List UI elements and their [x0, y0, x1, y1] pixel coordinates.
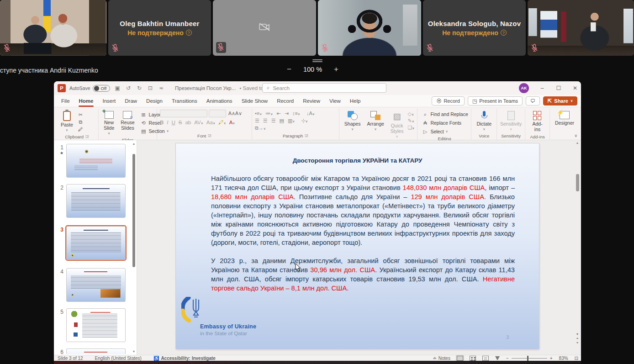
restore-button[interactable]: ☐ — [555, 85, 562, 91]
strip-drag-handle[interactable] — [312, 58, 322, 63]
align-center-icon[interactable]: ☰ — [263, 118, 268, 124]
document-title[interactable]: Презентація Посол Укр... — [175, 85, 236, 91]
language-indicator[interactable]: English (United States) — [95, 356, 142, 361]
zoom-slider-knob[interactable] — [527, 356, 528, 361]
slide-thumbnail-2[interactable] — [66, 184, 126, 218]
fit-slide-icon[interactable]: ⊡ — [575, 356, 578, 361]
powerpoint-icon[interactable]: P — [58, 84, 66, 92]
increase-font-icon[interactable]: A∧ — [228, 111, 235, 117]
tab-home[interactable]: Home — [74, 96, 98, 107]
new-slide-button[interactable]: New Slide∨ — [101, 110, 116, 137]
tab-help[interactable]: Help — [345, 96, 365, 107]
addins-button[interactable]: Add-ins — [528, 110, 547, 133]
normal-view-button[interactable] — [457, 356, 463, 361]
tab-slide-show[interactable]: Slide Show — [237, 96, 273, 107]
scroll-up-icon[interactable]: ▲ — [575, 141, 580, 144]
tab-file[interactable]: File — [57, 96, 74, 107]
participant-tile[interactable] — [213, 0, 316, 56]
zoom-out-button[interactable]: − — [287, 65, 291, 74]
zoom-slider[interactable] — [512, 358, 547, 359]
collapse-ribbon-icon[interactable]: ∨ — [574, 133, 577, 138]
text-direction-icon[interactable]: ↓A∨ — [306, 111, 315, 116]
zoom-percentage[interactable]: 83% — [559, 356, 568, 361]
save-icon[interactable]: ▣ — [114, 85, 121, 91]
columns-icon[interactable]: ▥∨ — [288, 118, 295, 124]
participant-tile[interactable]: Oleksandra Sologub, NazovНе подтверждено… — [423, 0, 526, 56]
slide-thumbnail-5[interactable] — [66, 308, 126, 342]
slide-thumbnail-4[interactable] — [66, 268, 126, 302]
question-mark-icon[interactable]: ? — [186, 30, 192, 36]
comments-button[interactable]: 🗩 — [526, 96, 540, 106]
slideshow-button[interactable] — [495, 356, 500, 360]
slide-thumbnail-6[interactable] — [66, 348, 126, 354]
quick-access-overflow-icon[interactable]: ≂ — [158, 85, 165, 91]
arrange-button[interactable]: Arrange∨ — [365, 110, 386, 132]
tab-design[interactable]: Design — [142, 96, 167, 107]
notes-button[interactable]: ≐Notes — [433, 356, 450, 361]
scrollbar-thumb[interactable] — [132, 154, 135, 267]
reuse-slides-button[interactable]: Reuse Slides — [118, 110, 137, 132]
sensitivity-button[interactable]: Sensitivity∨ — [498, 110, 524, 132]
scroll-down-icon[interactable]: ▼ — [576, 332, 579, 336]
paragraph-dialog-launcher[interactable]: ◲ — [305, 133, 308, 138]
bullets-icon[interactable]: •≡∨ — [255, 111, 262, 116]
copy-icon[interactable]: ⧉ — [77, 119, 84, 125]
shape-outline-icon[interactable]: ✎∨ — [407, 118, 414, 124]
strikethrough-button[interactable]: S — [179, 120, 182, 125]
tab-draw[interactable]: Draw — [120, 96, 142, 107]
share-button[interactable]: ⇱Share ∨ — [543, 96, 577, 106]
account-avatar[interactable]: AK — [519, 83, 529, 93]
font-name-select[interactable] — [160, 110, 207, 117]
undo-icon[interactable]: ↺ — [125, 85, 132, 91]
shape-fill-icon[interactable]: ◇∨ — [407, 111, 414, 117]
tab-transitions[interactable]: Transitions — [167, 96, 202, 107]
zoom-in-button[interactable]: + — [550, 356, 553, 361]
thumbnail-scrollbar[interactable]: ▲ ▼ — [132, 142, 136, 353]
canvas-scrollbar[interactable]: ▲ — [575, 141, 580, 354]
participant-tile[interactable] — [0, 0, 106, 56]
minimize-button[interactable]: – — [539, 85, 545, 91]
accessibility-status[interactable]: ♿Accessibility: Investigate — [153, 356, 216, 361]
question-mark-icon[interactable]: ? — [501, 30, 507, 36]
numbering-icon[interactable]: ≔∨ — [265, 111, 273, 116]
start-presentation-icon[interactable]: ⊡ — [147, 85, 154, 91]
align-right-icon[interactable]: ☰ — [271, 118, 276, 124]
align-text-icon[interactable]: ⊹∨ — [301, 118, 307, 124]
decrease-font-icon[interactable]: A∨ — [235, 111, 242, 117]
text-shadow-button[interactable]: ab — [185, 120, 191, 125]
underline-button[interactable]: U — [171, 120, 175, 125]
reading-view-button[interactable] — [482, 356, 489, 361]
participant-tile[interactable] — [528, 0, 634, 56]
font-size-select[interactable] — [209, 110, 226, 117]
font-dialog-launcher[interactable]: ◲ — [208, 133, 211, 138]
slide-title[interactable]: Двостороння торгівля УКРАЇНИ та КАТАРУ — [176, 157, 539, 164]
tab-animations[interactable]: Animations — [202, 96, 237, 107]
slide-body[interactable]: Найбільшого обсягу товарообіг між Катаро… — [211, 174, 515, 293]
zoom-in-button[interactable]: + — [334, 65, 338, 74]
format-painter-icon[interactable]: 🖉 — [77, 126, 84, 132]
clipboard-dialog-launcher[interactable]: ◲ — [85, 134, 89, 139]
line-spacing-icon[interactable]: ↕≡∨ — [292, 111, 300, 116]
italic-button[interactable]: I — [167, 120, 168, 125]
next-slide-button[interactable]: ⏷ — [576, 341, 579, 345]
close-button[interactable]: ✕ — [572, 85, 578, 91]
scroll-up-icon[interactable]: ▲ — [132, 142, 136, 145]
search-input[interactable]: ⌕ Search — [262, 83, 386, 93]
select-button[interactable]: ▷Select ∨ — [420, 128, 449, 135]
zoom-out-button[interactable]: − — [506, 356, 509, 361]
paste-button[interactable]: Paste∨ — [58, 110, 75, 133]
slide-sorter-view-button[interactable] — [470, 356, 476, 361]
slide-thumbnail-1[interactable] — [66, 144, 126, 178]
smartart-icon[interactable]: ⧉→∨ — [255, 125, 266, 131]
dictate-button[interactable]: Dictate∨ — [474, 110, 494, 132]
replace-fonts-button[interactable]: ₳Replace Fonts — [420, 119, 463, 127]
character-spacing-button[interactable]: AV∨ — [194, 120, 203, 125]
slide-thumbnail-3[interactable] — [66, 226, 126, 260]
tab-view[interactable]: View — [325, 96, 345, 107]
align-left-icon[interactable]: ☰ — [255, 118, 259, 124]
shape-effects-icon[interactable]: ❏∨ — [407, 125, 414, 131]
change-case-button[interactable]: Aa∨ — [206, 120, 215, 125]
tab-insert[interactable]: Insert — [98, 96, 120, 107]
participant-tile[interactable]: Oleg Bakhtin UmanbeerНе подтверждено? — [108, 0, 211, 56]
present-in-teams-button[interactable]: ◳Present in Teams — [468, 96, 523, 106]
